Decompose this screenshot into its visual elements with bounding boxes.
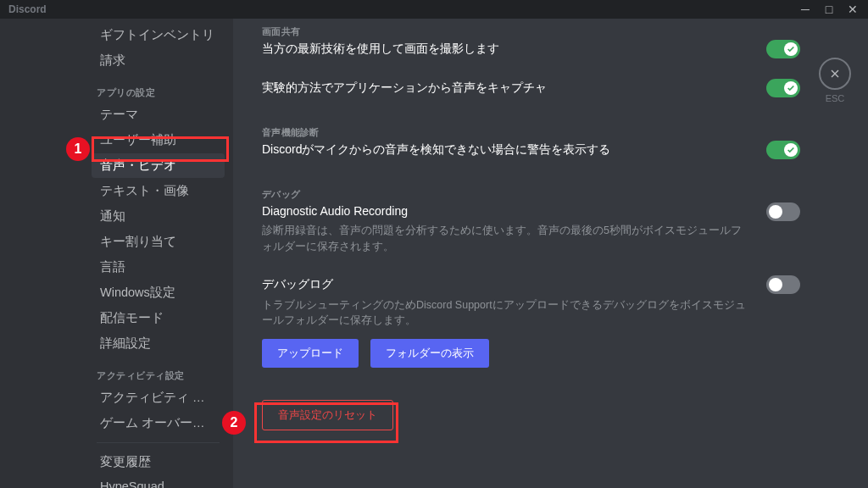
titlebar: Discord ─ □ ✕	[0, 0, 868, 19]
section-label-diagnosis: 音声機能診断	[262, 126, 800, 139]
app-name: Discord	[8, 3, 47, 15]
settings-content: ESC 画面共有 当方の最新技術を使用して画面を撮影します 実験的方法でアプリケ…	[233, 19, 868, 488]
sidebar-item-notifications[interactable]: 通知	[92, 204, 225, 229]
setting-experimental-title: 実験的方法でアプリケーションから音声をキャプチャ	[262, 80, 749, 96]
section-label-screen-share: 画面共有	[262, 25, 800, 38]
maximize-button[interactable]: □	[819, 3, 839, 16]
window-buttons: ─ □ ✕	[795, 3, 863, 16]
sidebar-item-hypesquad[interactable]: HypeSquad	[92, 475, 225, 488]
setting-debug-log-title: デバッグログ	[262, 277, 749, 292]
sidebar-item-game-overlay[interactable]: ゲーム オーバーレイ	[92, 411, 225, 435]
sidebar-item-advanced[interactable]: 詳細設定	[92, 331, 225, 356]
close-icon[interactable]	[819, 58, 851, 90]
setting-diag-recording-desc: 診断用録音は、音声の問題を分析するために使います。音声の最後の5秒間がボイスモジ…	[262, 223, 749, 255]
minimize-button[interactable]: ─	[795, 3, 815, 16]
sidebar-item-billing[interactable]: 請求	[92, 48, 225, 73]
close-settings[interactable]: ESC	[819, 58, 851, 103]
toggle-voice-diagnosis[interactable]	[766, 141, 800, 159]
sidebar-item-text-images[interactable]: テキスト・画像	[92, 179, 225, 203]
sidebar-item-changelog[interactable]: 変更履歴	[92, 450, 225, 474]
setting-diagnosis-title: Discordがマイクからの音声を検知できない場合に警告を表示する	[262, 142, 749, 158]
setting-diag-recording-title: Diagnostic Audio Recording	[262, 204, 749, 218]
upload-button[interactable]: アップロード	[262, 339, 359, 368]
setting-screen-share-title: 当方の最新技術を使用して画面を撮影します	[262, 42, 749, 57]
sidebar-category-activity: アクティビティ設定	[97, 369, 225, 382]
sidebar-item-theme[interactable]: テーマ	[92, 103, 225, 127]
toggle-experimental-audio[interactable]	[766, 79, 800, 97]
settings-sidebar: ギフトインベントリ 請求 アプリの設定 テーマ ユーザー補助 音声・ビデオ テキ…	[0, 19, 233, 488]
sidebar-category-app-settings: アプリの設定	[97, 86, 225, 99]
toggle-diag-recording[interactable]	[766, 202, 800, 221]
toggle-debug-log[interactable]	[766, 275, 800, 294]
section-label-debug: デバッグ	[262, 188, 800, 201]
toggle-screen-share[interactable]	[766, 40, 800, 58]
reset-voice-settings-button[interactable]: 音声設定のリセット	[262, 400, 393, 430]
sidebar-item-activity-status[interactable]: アクティビティ ステ...	[92, 385, 225, 410]
sidebar-item-keybinds[interactable]: キー割り当て	[92, 230, 225, 254]
show-folder-button[interactable]: フォルダーの表示	[370, 339, 489, 368]
sidebar-item-streamer-mode[interactable]: 配信モード	[92, 306, 225, 330]
close-button[interactable]: ✕	[843, 3, 863, 16]
esc-label: ESC	[826, 93, 845, 103]
sidebar-separator	[97, 442, 220, 443]
sidebar-item-gift-inventory[interactable]: ギフトインベントリ	[92, 23, 225, 47]
setting-debug-log-desc: トラブルシューティングのためDiscord Supportにアップロードできるデ…	[262, 297, 749, 330]
sidebar-item-language[interactable]: 言語	[92, 255, 225, 280]
sidebar-item-accessibility[interactable]: ユーザー補助	[92, 128, 225, 152]
sidebar-item-voice-video[interactable]: 音声・ビデオ	[92, 153, 225, 178]
sidebar-item-windows[interactable]: Windows設定	[92, 280, 225, 305]
